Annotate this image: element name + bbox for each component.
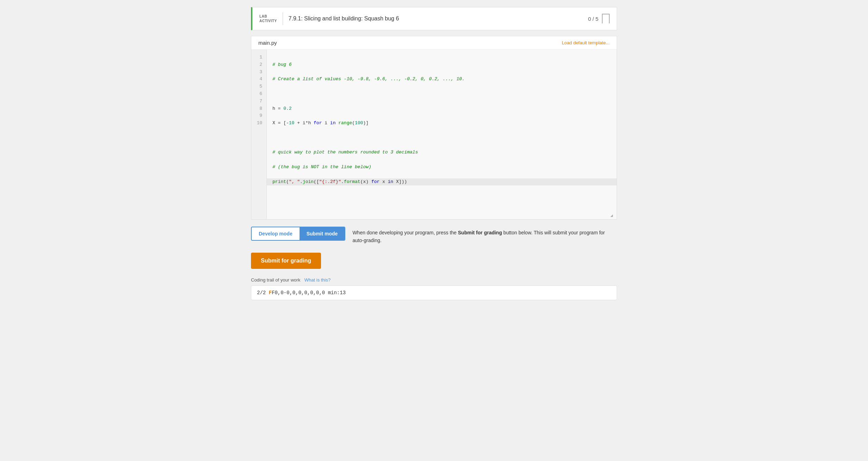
submit-mode-button[interactable]: Submit mode [300,227,345,240]
line-numbers: 1 2 3 4 5 6 7 8 9 10 [251,50,267,219]
bookmark-icon[interactable] [602,14,610,24]
load-template-link[interactable]: Load default template... [562,40,610,45]
mode-buttons: Develop mode Submit mode [251,227,345,241]
controls-row: Develop mode Submit mode When done devel… [251,227,617,245]
coding-trail-box: 2/2 FF0,0-0,0,0,0,0,0,0 min:13 [251,285,617,300]
coding-trail-text: Coding trail of your work [251,277,300,283]
code-content[interactable]: # bug 6 # Create a list of values -10, -… [267,50,617,219]
mode-description: When done developing your program, press… [352,227,617,245]
lab-score: 0 / 5 [588,16,598,22]
editor-filename: main.py [258,40,277,46]
mode-description-text-before: When done developing your program, press… [352,230,458,235]
mode-description-bold: Submit for grading [458,230,502,235]
lab-label: LAB ACTIVITY [259,14,277,23]
trail-values: F0,0-0,0,0,0,0,0,0 [272,290,325,296]
code-area[interactable]: 1 2 3 4 5 6 7 8 9 10 # bug 6 # Create a … [251,50,617,219]
trail-suffix: min:13 [325,290,346,296]
submit-for-grading-button[interactable]: Submit for grading [251,253,321,269]
lab-header: LAB ACTIVITY 7.9.1: Slicing and list bui… [251,7,617,30]
code-editor: main.py Load default template... 1 2 3 4… [251,36,617,220]
editor-header: main.py Load default template... [251,36,617,50]
lab-title: 7.9.1: Slicing and list building: Squash… [289,15,588,22]
resize-handle[interactable]: ◢ [610,213,615,218]
trail-f-indicator: F [269,290,272,296]
header-divider [283,12,283,25]
develop-mode-button[interactable]: Develop mode [252,227,300,240]
trail-values-prefix: 2/2 [257,290,269,296]
what-is-this-link[interactable]: What is this? [304,277,331,283]
coding-trail-label: Coding trail of your work What is this? [251,277,617,283]
